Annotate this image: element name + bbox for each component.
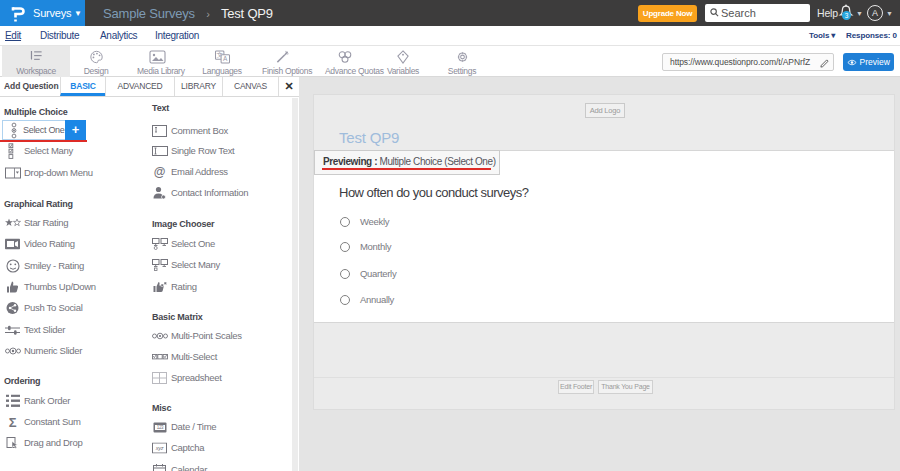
svg-text:123: 123 [156, 425, 163, 430]
svg-text:A: A [223, 55, 228, 62]
svg-text:xyz: xyz [155, 445, 164, 451]
